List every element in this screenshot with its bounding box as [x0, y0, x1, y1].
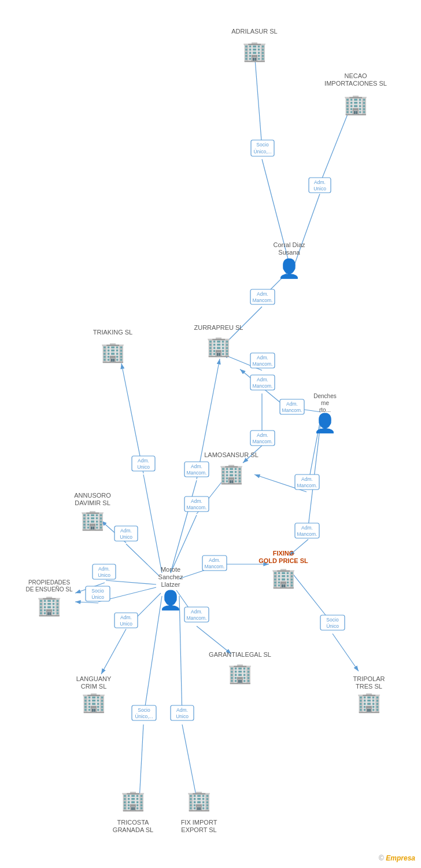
- lamosansur-label: LAMOSANSUR SL: [204, 451, 258, 458]
- triaking-icon: 🏢: [101, 340, 125, 364]
- r18-text1: Adm.: [120, 615, 132, 620]
- svg-line-25: [75, 602, 98, 603]
- languany-label2: CRIM SL: [81, 683, 107, 690]
- fixinggold-label1: FIXING: [273, 550, 294, 557]
- svg-line-15: [197, 359, 220, 479]
- adrilasur-icon: 🏢: [242, 39, 267, 63]
- fixinggold-label2: GOLD PRICE SL: [258, 557, 308, 564]
- adrilasur-label: ADRILASUR SL: [231, 28, 277, 35]
- tripolar-label1: TRIPOLAR: [353, 675, 385, 682]
- r9-text1: Adm.: [191, 464, 202, 469]
- tricosta-label1: TRICOSTA: [117, 819, 149, 826]
- r18-text2: Unico: [120, 621, 132, 627]
- svg-line-38: [333, 634, 359, 671]
- r1-text2: Único,...: [253, 149, 271, 155]
- necao-icon: 🏢: [344, 93, 368, 116]
- r20-text1: Adm.: [176, 707, 188, 713]
- propiedades-icon: 🏢: [37, 594, 62, 617]
- necao-label: NECAO: [344, 72, 367, 79]
- r6-text1: Adm.: [286, 401, 298, 407]
- r6-text2: Mancom.: [282, 407, 302, 413]
- svg-line-14: [171, 480, 197, 573]
- r14-text1: Socio: [91, 588, 104, 594]
- necao-label2: IMPORTACIONES SL: [324, 80, 387, 87]
- r2-text1: Adm.: [314, 179, 326, 185]
- r5-text2: Mancom.: [253, 383, 273, 389]
- morote-label3: Llatzer: [161, 581, 180, 588]
- annusoro-label1: ANNUSORO: [74, 492, 111, 499]
- propiedades-label1: PROPIEDADES: [28, 579, 71, 586]
- morote-label2: Sanchez: [158, 573, 183, 580]
- triaking-label: TRIAKING SL: [93, 329, 132, 336]
- annusoro-icon: 🏢: [80, 508, 105, 532]
- svg-line-36: [179, 596, 182, 718]
- copyright-text: © Empresa: [379, 854, 415, 862]
- r10-text2: Mancom.: [187, 505, 207, 510]
- annusoro-label2: DAVIMIR SL: [75, 499, 110, 506]
- r2-text2: Unico: [313, 186, 326, 192]
- tripolar-label2: TRES SL: [356, 683, 382, 690]
- r5-text1: Adm.: [257, 377, 268, 382]
- zurrapreu-label: ZURRAPREU SL: [194, 324, 243, 331]
- r21-text2: Único: [326, 623, 339, 629]
- r17-text2: Mancom.: [187, 615, 207, 621]
- tricosta-label2: GRANADA SL: [113, 826, 153, 833]
- languany-icon: 🏢: [82, 690, 106, 714]
- lamosansur-icon: 🏢: [219, 462, 244, 486]
- svg-line-22: [106, 580, 156, 584]
- svg-line-18: [143, 475, 162, 573]
- r12-text1: Adm.: [120, 528, 132, 534]
- r1-text1: Socio: [256, 142, 269, 148]
- garantialegal-icon: 🏢: [228, 661, 253, 685]
- svg-line-33: [101, 629, 126, 674]
- corral-icon: 👤: [278, 258, 301, 279]
- fiximport-label1: FIX IMPORT: [181, 819, 217, 826]
- r16-text2: Mancom.: [297, 531, 317, 537]
- r13-text2: Unico: [98, 572, 110, 578]
- r19-text2: Único,...: [135, 713, 153, 719]
- r19-text1: Socio: [138, 707, 150, 713]
- svg-line-16: [171, 515, 197, 573]
- r13-text1: Adm.: [98, 566, 110, 572]
- svg-line-20: [126, 544, 159, 576]
- r7-text2: Mancom.: [253, 439, 273, 444]
- svg-line-31: [197, 626, 231, 654]
- r4-text2: Mancom.: [253, 361, 273, 367]
- r8-text1: Adm.: [301, 476, 313, 482]
- r12-text2: Unico: [120, 534, 132, 540]
- garantialegal-label: GARANTIALEGAL SL: [209, 651, 271, 658]
- r3-text2: Mancom.: [253, 297, 273, 303]
- r11-text2: Unico: [137, 464, 150, 470]
- r11-text1: Adm.: [138, 458, 149, 464]
- r17-text1: Adm.: [191, 609, 202, 615]
- zurrapreu-icon: 🏢: [206, 334, 231, 358]
- corral-label2: Susana: [278, 249, 300, 256]
- r16-text1: Adm.: [301, 525, 313, 531]
- r14-text2: Único: [91, 594, 104, 600]
- languany-label1: LANGUANY: [76, 675, 112, 682]
- propiedades-label2: DE ENSUEÑO SL: [25, 586, 73, 593]
- r3-text1: Adm.: [257, 291, 268, 297]
- fiximport-label2: EXPORT SL: [181, 826, 216, 833]
- svg-line-1: [254, 52, 262, 148]
- denches-icon: 👤: [313, 412, 337, 434]
- tricosta-icon: 🏢: [121, 789, 146, 812]
- morote-icon: 👤: [159, 589, 182, 611]
- r4-text1: Adm.: [257, 355, 268, 361]
- r20-text2: Unico: [176, 713, 189, 719]
- svg-line-34: [143, 596, 162, 718]
- r7-text1: Adm.: [257, 432, 268, 438]
- r9-text2: Mancom.: [187, 470, 207, 476]
- corral-label1: Corral Diaz: [273, 241, 305, 248]
- denches-label1: Denches: [313, 393, 336, 399]
- fixinggold-icon: 🏢: [271, 566, 296, 590]
- brand-name: Empresa: [386, 854, 415, 862]
- r21-text1: Socio: [326, 617, 339, 623]
- tripolar-icon: 🏢: [357, 690, 382, 714]
- morote-label1: Morote: [161, 566, 180, 573]
- r8-text2: Mancom.: [297, 483, 317, 488]
- r15-text2: Mancom.: [205, 564, 225, 569]
- r15-text1: Adm.: [209, 557, 220, 563]
- r10-text1: Adm.: [191, 498, 202, 504]
- denches-label2: me: [321, 400, 329, 406]
